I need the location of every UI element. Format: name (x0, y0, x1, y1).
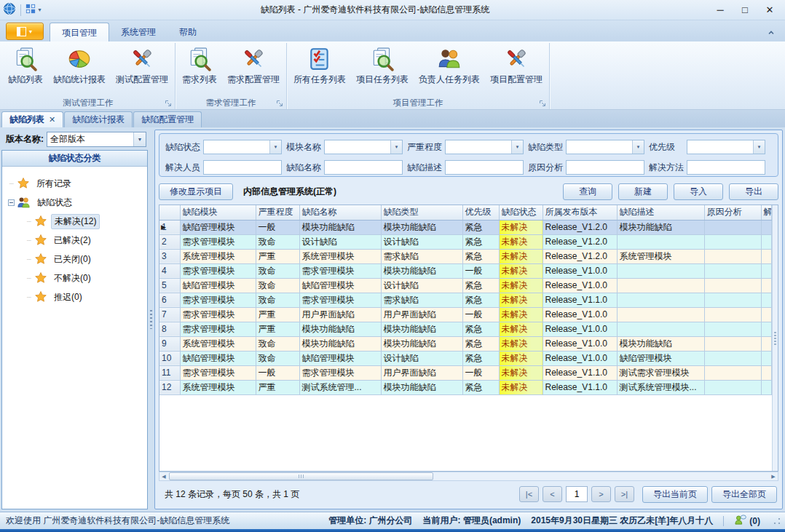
ribbon-button-所有任务列表[interactable]: 所有任务列表 (288, 44, 351, 88)
table-row[interactable]: 9系统管理模块致命模块功能缺陷模块功能缺陷紧急未解决Release_V1.0.0… (159, 336, 772, 351)
tree-item-已解决(2)[interactable]: ┈已解决(2) (9, 231, 144, 250)
action-button-新建[interactable]: 新建 (618, 183, 668, 200)
chevron-down-icon[interactable]: ▼ (753, 140, 765, 154)
filter-combo-缺陷类型[interactable]: ▼ (566, 140, 644, 154)
ribbon-button-负责人任务列表[interactable]: 负责人任务列表 (414, 44, 485, 88)
splitter-handle[interactable] (148, 130, 154, 509)
ribbon-button-缺陷统计报表[interactable]: 缺陷统计报表 (48, 44, 111, 88)
column-header-所属发布版本[interactable]: 所属发布版本 (543, 205, 617, 220)
doc-tab-缺陷配置管理[interactable]: 缺陷配置管理 (133, 111, 202, 127)
ribbon-tab-项目管理[interactable]: 项目管理 (50, 23, 109, 41)
ribbon-button-项目配置管理[interactable]: 项目配置管理 (485, 44, 548, 88)
collapse-ribbon-button[interactable] (766, 28, 776, 38)
version-select[interactable]: 全部版本 ▼ (47, 132, 146, 147)
horizontal-scrollbar[interactable]: ◀ ▶ (159, 472, 778, 481)
filter-combo-模块名称[interactable]: ▼ (324, 140, 403, 154)
column-header-缺陷类型[interactable]: 缺陷类型 (381, 205, 462, 220)
export-all-pages-button[interactable]: 导出全部页 (711, 486, 777, 503)
cell-原因分析 (704, 234, 761, 249)
close-tab-icon[interactable]: ✕ (49, 115, 55, 124)
table-row[interactable]: 1▶缺陷管理模块一般模块功能缺陷模块功能缺陷紧急未解决Release_V1.2.… (159, 220, 772, 234)
scroll-right-icon[interactable]: ▶ (769, 474, 778, 480)
last-page-button[interactable]: >| (615, 486, 634, 502)
app-menu-button[interactable]: ▼ (6, 23, 44, 40)
column-header-缺陷状态[interactable]: 缺陷状态 (499, 205, 543, 220)
table-row[interactable]: 3系统管理模块严重系统管理模块需求缺陷紧急未解决Release_V1.2.0系统… (159, 249, 772, 263)
vertical-scrollbar[interactable] (772, 205, 778, 471)
dialog-launcher-icon[interactable] (276, 100, 283, 107)
ribbon-button-测试配置管理[interactable]: 测试配置管理 (111, 44, 173, 88)
doc-tab-label: 缺陷统计报表 (72, 114, 125, 126)
action-button-导出[interactable]: 导出 (729, 183, 778, 200)
ribbon-tab-系统管理[interactable]: 系统管理 (109, 23, 167, 41)
export-current-page-button[interactable]: 导出当前页 (642, 486, 708, 503)
modify-columns-button[interactable]: 修改显示项目 (159, 183, 233, 200)
close-button[interactable]: ✕ (757, 1, 782, 19)
tree-item-不解决(0)[interactable]: ┈不解决(0) (9, 269, 144, 287)
collapse-node-icon[interactable] (8, 199, 15, 206)
resize-grip[interactable] (773, 517, 781, 525)
filter-input-原因分析[interactable] (566, 160, 644, 175)
chevron-down-icon[interactable]: ▼ (511, 140, 523, 154)
table-row[interactable]: 12系统管理模块严重测试系统管理...模块功能缺陷紧急未解决Release_V1… (159, 380, 772, 394)
column-header-原因分析[interactable]: 原因分析 (704, 205, 761, 220)
cell-缺陷类型: 需求缺陷 (381, 249, 462, 263)
doc-tab-缺陷列表[interactable]: 缺陷列表✕ (1, 111, 63, 127)
ribbon-button-需求列表[interactable]: 需求列表 (177, 44, 222, 88)
scroll-left-icon[interactable]: ◀ (159, 474, 168, 480)
chevron-down-icon[interactable]: ▼ (269, 140, 281, 154)
filter-combo-优先级[interactable]: ▼ (687, 140, 765, 154)
ribbon-button-需求配置管理[interactable]: 需求配置管理 (222, 44, 285, 88)
scrollbar-thumb[interactable] (169, 472, 433, 480)
column-header-缺陷模块[interactable]: 缺陷模块 (180, 205, 256, 220)
action-button-查询[interactable]: 查询 (563, 183, 612, 200)
filter-combo-缺陷状态[interactable]: ▼ (203, 140, 282, 154)
column-header-缺陷名称[interactable]: 缺陷名称 (299, 205, 381, 220)
people-icon (17, 196, 31, 210)
filter-combo-严重程度[interactable]: ▼ (445, 140, 524, 154)
table-row[interactable]: 7需求管理模块严重用户界面缺陷用户界面缺陷一般未解决Release_V1.0.0 (159, 307, 772, 322)
quick-access-toolbar[interactable]: ▼ (25, 4, 42, 16)
chevron-down-icon[interactable]: ▼ (133, 132, 146, 146)
prev-page-button[interactable]: < (543, 486, 562, 502)
column-header-缺陷描述[interactable]: 缺陷描述 (617, 205, 704, 220)
minimize-button[interactable]: ─ (708, 1, 733, 19)
table-row[interactable]: 6需求管理模块致命需求管理模块需求缺陷紧急未解决Release_V1.1.0 (159, 293, 772, 307)
action-button-导入[interactable]: 导入 (674, 183, 723, 200)
table-row[interactable]: 2需求管理模块致命设计缺陷设计缺陷紧急未解决Release_V1.2.0 (159, 234, 772, 249)
table-row[interactable]: 11需求管理模块一般需求管理模块用户界面缺陷一般未解决Release_V1.1.… (159, 365, 772, 380)
filter-input-解决方法[interactable] (687, 160, 765, 175)
dialog-launcher-icon[interactable] (539, 100, 546, 107)
next-page-button[interactable]: > (591, 486, 611, 502)
tree-item-已关闭(0)[interactable]: ┈已关闭(0) (9, 250, 144, 269)
star-icon (34, 290, 47, 303)
ribbon-button-项目任务列表[interactable]: 项目任务列表 (351, 44, 414, 88)
tree-item-推迟(0)[interactable]: ┈推迟(0) (9, 287, 144, 306)
maximize-button[interactable]: □ (733, 1, 757, 19)
chevron-down-icon[interactable]: ▼ (390, 140, 402, 154)
tree-item-所有记录[interactable]: ┈所有记录 (9, 174, 144, 193)
filter-input-缺陷描述[interactable] (445, 160, 524, 175)
tree-item-缺陷状态[interactable]: ┈缺陷状态 (9, 193, 144, 212)
column-header-优先级[interactable]: 优先级 (462, 205, 499, 220)
doc-tab-缺陷统计报表[interactable]: 缺陷统计报表 (64, 111, 133, 127)
table-row[interactable]: 10缺陷管理模块致命缺陷管理模块设计缺陷紧急未解决Release_V1.0.0缺… (159, 351, 772, 365)
column-header-严重程度[interactable]: 严重程度 (256, 205, 299, 220)
table-row[interactable]: 4需求管理模块致命需求管理模块模块功能缺陷一般未解决Release_V1.0.0 (159, 263, 772, 278)
ribbon: 缺陷列表缺陷统计报表测试配置管理测试管理工作需求列表需求配置管理需求管理工作所有… (0, 41, 785, 110)
first-page-button[interactable]: |< (519, 486, 539, 502)
dialog-launcher-icon[interactable] (165, 100, 172, 107)
chevron-down-icon: ▼ (37, 7, 42, 12)
filter-input-解决人员[interactable] (203, 160, 282, 175)
filter-input-缺陷名称[interactable] (324, 160, 403, 175)
ribbon-tab-帮助[interactable]: 帮助 (167, 23, 208, 41)
ribbon-button-label: 测试配置管理 (116, 74, 168, 86)
table-row[interactable]: 8需求管理模块严重模块功能缺陷模块功能缺陷紧急未解决Release_V1.0.0 (159, 322, 772, 336)
table-row[interactable]: 5缺陷管理模块致命缺陷管理模块设计缺陷紧急未解决Release_V1.0.0 (159, 278, 772, 293)
tree-item-未解决(12)[interactable]: ┈未解决(12) (9, 212, 144, 231)
column-header-解决方法[interactable]: 解决方法 (761, 205, 772, 220)
message-indicator[interactable]: (0) (734, 515, 760, 527)
ribbon-button-缺陷列表[interactable]: 缺陷列表 (3, 44, 48, 88)
chevron-down-icon[interactable]: ▼ (632, 140, 644, 154)
page-number-input[interactable] (566, 486, 588, 502)
